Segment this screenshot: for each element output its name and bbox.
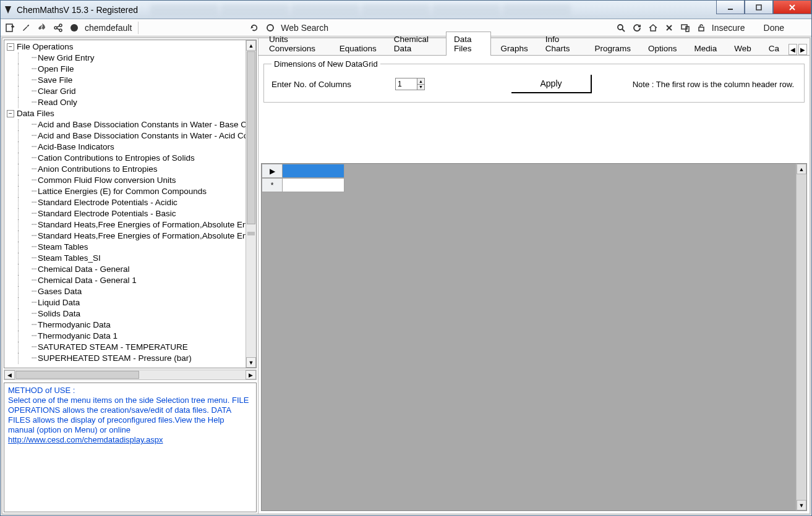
tree-item[interactable]: ┄Chemical Data - General 1 bbox=[18, 275, 246, 286]
grid-vertical-scrollbar[interactable]: ▲ ▼ bbox=[796, 164, 806, 510]
tab-data-files[interactable]: Data Files bbox=[446, 32, 492, 56]
devices-icon[interactable] bbox=[680, 22, 691, 33]
tree-item[interactable]: ┄Standard Electrode Potentials - Acidic bbox=[18, 197, 246, 208]
columns-input[interactable] bbox=[396, 78, 417, 90]
tree-item[interactable]: ┄Clear Grid bbox=[18, 86, 246, 97]
help-heading: METHOD of USE : bbox=[8, 386, 252, 395]
right-panel: Units ConversionsEquationsChemical DataD… bbox=[259, 38, 810, 514]
profile-name: chemdefault bbox=[85, 23, 132, 33]
tab-graphs[interactable]: Graphs bbox=[492, 41, 536, 56]
scroll-down-icon[interactable]: ▼ bbox=[246, 357, 256, 368]
tab-options[interactable]: Options bbox=[640, 41, 685, 56]
tab-info-charts[interactable]: Info Charts bbox=[537, 32, 586, 56]
scroll-right-icon[interactable]: ▶ bbox=[246, 370, 256, 379]
tree-item[interactable]: ┄Common Fluid Flow conversion Units bbox=[18, 175, 246, 186]
scroll-thumb[interactable] bbox=[247, 51, 255, 224]
left-panel: − File Operations ┄New Grid Entry┄Open F… bbox=[2, 38, 259, 514]
svg-point-6 bbox=[59, 24, 62, 27]
svg-point-12 bbox=[618, 25, 623, 30]
tab-web[interactable]: Web bbox=[726, 41, 759, 56]
tree-item[interactable]: ┄New Grid Entry bbox=[18, 53, 246, 64]
tree-label: Data Files bbox=[17, 108, 54, 119]
rocket-icon[interactable] bbox=[36, 22, 48, 33]
tab-scroll-right-icon[interactable]: ▶ bbox=[798, 44, 807, 55]
svg-rect-4 bbox=[6, 24, 12, 32]
tree-item[interactable]: ┄Gases Data bbox=[18, 286, 246, 297]
help-panel: METHOD of USE : Select one of the menu i… bbox=[4, 383, 257, 512]
svg-line-13 bbox=[622, 29, 625, 32]
tree-node-data-files[interactable]: − Data Files bbox=[7, 108, 246, 119]
tree-item[interactable]: ┄Solids Data bbox=[18, 308, 246, 319]
apply-button[interactable]: Apply bbox=[511, 75, 592, 93]
tree-vertical-scrollbar[interactable]: ▲ ▼ bbox=[246, 40, 256, 368]
grid-cell[interactable] bbox=[283, 178, 344, 192]
tree-item[interactable]: ┄Standard Electrode Potentials - Basic bbox=[18, 208, 246, 219]
tree-item[interactable]: ┄Thermodyanic Data bbox=[18, 319, 246, 331]
tab-equations[interactable]: Equations bbox=[331, 41, 385, 56]
row-selector[interactable]: ▶ bbox=[262, 164, 283, 178]
search-icon[interactable] bbox=[615, 22, 626, 33]
right-tabs: Units ConversionsEquationsChemical DataD… bbox=[259, 38, 810, 56]
tree-content[interactable]: − File Operations ┄New Grid Entry┄Open F… bbox=[4, 40, 246, 368]
scroll-left-icon[interactable]: ◀ bbox=[4, 370, 15, 379]
help-link[interactable]: http://www.cesd.com/chemdatadisplay.aspx bbox=[8, 435, 163, 444]
tree-item[interactable]: ┄Open File bbox=[18, 64, 246, 75]
tab-media[interactable]: Media bbox=[686, 41, 725, 56]
wrench-icon[interactable] bbox=[20, 22, 32, 33]
scroll-up-icon[interactable]: ▲ bbox=[797, 164, 806, 174]
close-icon[interactable] bbox=[664, 22, 675, 33]
new-row-marker[interactable]: * bbox=[262, 178, 283, 192]
collapse-icon[interactable]: − bbox=[7, 43, 14, 51]
grid-cell[interactable] bbox=[283, 164, 344, 178]
tree-item[interactable]: ┄Chemical Data - General bbox=[18, 264, 246, 275]
globe-icon[interactable] bbox=[69, 22, 80, 33]
svg-point-5 bbox=[54, 27, 57, 29]
tree-horizontal-scrollbar[interactable]: ◀ ▶ bbox=[4, 370, 257, 380]
tree-item[interactable]: ┄SATURATED STEAM - TEMPERATURE bbox=[18, 342, 246, 353]
spin-down-icon[interactable]: ▼ bbox=[417, 85, 424, 90]
scroll-thumb[interactable] bbox=[15, 371, 139, 379]
unlock-icon[interactable] bbox=[696, 22, 707, 33]
maximize-button[interactable] bbox=[745, 1, 773, 14]
tab-scroll-left-icon[interactable]: ◀ bbox=[788, 44, 797, 55]
svg-point-10 bbox=[71, 24, 78, 32]
columns-stepper[interactable]: ▲ ▼ bbox=[395, 78, 425, 90]
reload-icon[interactable] bbox=[631, 22, 643, 33]
scroll-up-icon[interactable]: ▲ bbox=[246, 40, 256, 51]
scroll-down-icon[interactable]: ▼ bbox=[797, 500, 806, 510]
collapse-icon[interactable]: − bbox=[7, 110, 14, 117]
home-icon[interactable] bbox=[647, 22, 659, 33]
svg-point-11 bbox=[267, 25, 273, 31]
refresh-small-icon[interactable] bbox=[249, 22, 260, 33]
tree-item[interactable]: ┄Acid-Base Indicators bbox=[18, 142, 246, 153]
close-button[interactable] bbox=[773, 1, 811, 14]
export-icon[interactable] bbox=[4, 22, 15, 33]
data-grid-area: ▶ * ▲ ▼ bbox=[261, 163, 807, 511]
tree-node-file-operations[interactable]: − File Operations bbox=[7, 41, 246, 53]
tree-item[interactable]: ┄Steam Tables bbox=[18, 242, 246, 253]
tree-item[interactable]: ┄Lattice Energies (E) for Common Compoun… bbox=[18, 186, 246, 197]
tab-chemical-data[interactable]: Chemical Data bbox=[386, 32, 445, 56]
minimize-button[interactable] bbox=[716, 1, 745, 14]
data-grid[interactable]: ▶ * bbox=[262, 164, 344, 192]
tree-item[interactable]: ┄Acid and Base Dissociation Constants in… bbox=[18, 130, 246, 142]
done-label[interactable]: Done bbox=[764, 23, 784, 33]
tree-item[interactable]: ┄Standard Heats,Free Energies of Formati… bbox=[18, 219, 246, 231]
tab-units-conversions[interactable]: Units Conversions bbox=[261, 32, 330, 56]
tree-item[interactable]: ┄SUPERHEATED STEAM - Pressure (bar) bbox=[18, 353, 246, 364]
tree-item[interactable]: ┄Cation Contributions to Entropies of So… bbox=[18, 153, 246, 164]
tree-item[interactable]: ┄Liquid Data bbox=[18, 297, 246, 308]
tree-item[interactable]: ┄Save File bbox=[18, 75, 246, 86]
insecure-label: Insecure bbox=[712, 23, 745, 33]
tab-programs[interactable]: Programs bbox=[586, 41, 639, 56]
tree-item[interactable]: ┄Acid and Base Dissociation Constants in… bbox=[18, 119, 246, 130]
tree-item[interactable]: ┄Steam Tables_SI bbox=[18, 253, 246, 264]
tree-item[interactable]: ┄Anion Contributions to Entropies bbox=[18, 164, 246, 175]
tree-item[interactable]: ┄Thermodyanic Data 1 bbox=[18, 331, 246, 342]
tab-ca[interactable]: Ca bbox=[761, 41, 787, 56]
spin-up-icon[interactable]: ▲ bbox=[417, 78, 424, 85]
share-icon[interactable] bbox=[53, 22, 64, 33]
svg-point-7 bbox=[59, 29, 62, 32]
tree-item[interactable]: ┄Standard Heats,Free Energies of Formati… bbox=[18, 231, 246, 242]
tree-item[interactable]: ┄Read Only bbox=[18, 97, 246, 108]
